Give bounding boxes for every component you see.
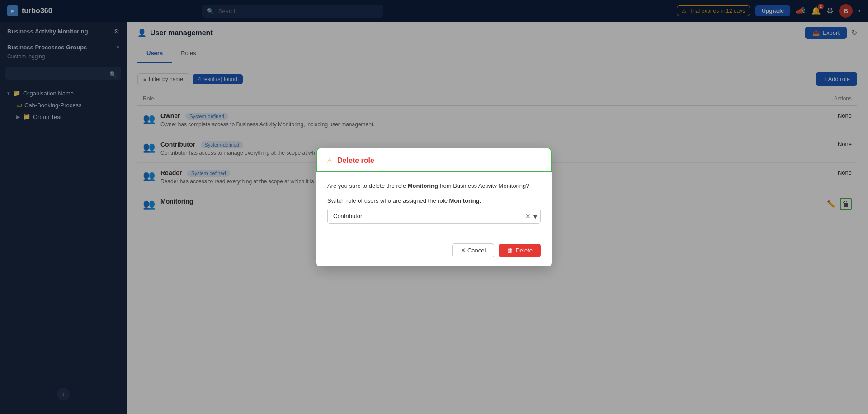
cancel-button[interactable]: ✕ Cancel	[452, 243, 494, 257]
delete-trash-icon: 🗑	[507, 247, 513, 254]
modal-confirm-role: Monitoring	[408, 182, 438, 189]
modal-overlay: ⚠ Delete role Are you sure to delete the…	[0, 0, 868, 414]
modal-body: Are you sure to delete the role Monitori…	[316, 172, 552, 244]
modal-footer: ✕ Cancel 🗑 Delete	[316, 243, 552, 266]
delete-button[interactable]: 🗑 Delete	[499, 244, 541, 257]
modal-select-wrap: ✕ ▾	[327, 209, 541, 224]
modal-header: ⚠ Delete role	[316, 148, 552, 172]
modal-select-actions: ✕ ▾	[525, 212, 537, 220]
delete-role-modal: ⚠ Delete role Are you sure to delete the…	[316, 148, 552, 267]
modal-title: Delete role	[337, 157, 374, 165]
modal-switch-label: Switch role of users who are assigned th…	[327, 197, 541, 204]
modal-switch-role: Monitoring	[449, 197, 480, 204]
modal-confirm-text: Are you sure to delete the role Monitori…	[327, 181, 541, 190]
cancel-x-icon: ✕	[461, 247, 467, 254]
select-chevron-icon[interactable]: ▾	[533, 212, 537, 220]
modal-warning-icon: ⚠	[326, 157, 333, 165]
select-clear-button[interactable]: ✕	[525, 213, 531, 220]
role-select-input[interactable]	[327, 209, 541, 224]
